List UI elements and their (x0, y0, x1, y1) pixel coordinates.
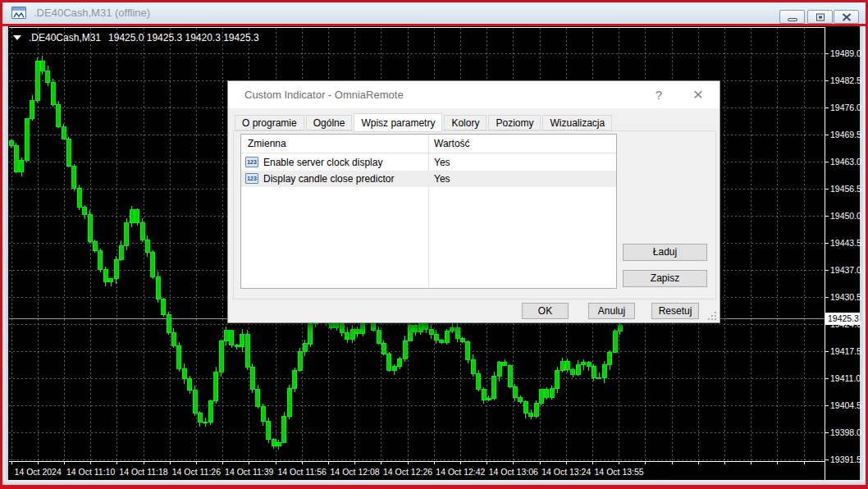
time-axis-label: 14 Oct 13:06 (484, 467, 543, 477)
dialog-title: Custom Indicator - OmniaRemote (244, 89, 404, 101)
time-axis-label: 14 Oct 11:26 (167, 467, 226, 477)
minimize-icon (788, 18, 797, 21)
current-price-badge: 19425.3 (825, 313, 860, 325)
window-frame-bottom (2, 480, 866, 485)
app-window: .DE40Cash,M31 (offline) .DE40Cash,M31 19… (0, 0, 868, 489)
dialog-tabs: O programie Ogólne Wpisz parametry Kolor… (235, 114, 614, 130)
time-axis-label: 14 Oct 2024 (8, 467, 67, 477)
tab-ogolne[interactable]: Ogólne (306, 115, 353, 130)
dialog-titlebar[interactable]: Custom Indicator - OmniaRemote ? × (228, 81, 720, 108)
close-button[interactable] (834, 10, 859, 24)
price-axis-label: 19463.0 (830, 157, 863, 167)
tab-o-programie[interactable]: O programie (235, 115, 304, 130)
time-axis[interactable]: 14 Oct 202414 Oct 11:1014 Oct 11:1814 Oc… (8, 464, 825, 480)
tab-wpisz-parametry[interactable]: Wpisz parametry (354, 113, 442, 132)
restore-button[interactable] (807, 10, 833, 24)
time-axis-label: 14 Oct 11:39 (220, 467, 279, 477)
price-axis-label: 19417.5 (830, 346, 863, 356)
cancel-button[interactable]: Anuluj (588, 303, 635, 319)
price-axis-label: 19398.0 (830, 427, 863, 437)
table-header: Zmienna Wartość (241, 135, 616, 153)
param-value[interactable]: Yes (434, 154, 450, 171)
time-axis-label: 14 Oct 11:56 (272, 467, 331, 477)
time-axis-label: 14 Oct 13:55 (590, 467, 649, 477)
price-axis-label: 19476.0 (830, 103, 863, 112)
price-axis-label: 19456.5 (830, 184, 863, 194)
restore-icon (816, 13, 825, 21)
load-button[interactable]: Ładuj (623, 244, 707, 261)
price-axis[interactable]: 19391.519398.019404.519411.019417.519424… (825, 26, 860, 480)
close-icon (842, 13, 851, 21)
time-axis-label: 14 Oct 12:08 (326, 467, 385, 477)
chart-ohlc-values: 19425.0 19425.3 19420.3 19425.3 (108, 32, 259, 43)
tab-poziomy[interactable]: Poziomy (488, 115, 541, 130)
reset-button[interactable]: Resetuj (651, 303, 699, 319)
dialog-close-button[interactable]: × (690, 85, 706, 104)
help-button[interactable]: ? (652, 88, 665, 102)
column-header-value: Wartość (434, 135, 470, 153)
window-titlebar[interactable]: .DE40Cash,M31 (offline) (2, 2, 866, 24)
price-axis-label: 19411.0 (830, 373, 863, 383)
time-axis-label: 14 Oct 11:18 (114, 467, 173, 477)
parameters-table[interactable]: Zmienna Wartość 123 Enable server clock … (240, 134, 617, 289)
resize-grip[interactable] (708, 311, 717, 320)
table-row[interactable]: 123 Display candle close predictor Yes (241, 171, 616, 187)
price-axis-label: 19404.5 (830, 400, 863, 410)
table-row[interactable]: 123 Enable server clock display Yes (241, 154, 616, 171)
price-axis-label: 19450.0 (830, 211, 863, 221)
window-frame-left (2, 26, 8, 480)
chevron-down-icon[interactable] (13, 35, 21, 40)
chart-symbol-period: .DE40Cash,M31 (29, 32, 101, 43)
offline-chart-icon-header (12, 7, 25, 11)
window-frame-right (860, 26, 866, 480)
price-axis-label: 19489.0 (830, 48, 863, 58)
param-name: Display candle close predictor (263, 171, 394, 187)
chart-header: .DE40Cash,M31 19425.0 19425.3 19420.3 19… (13, 32, 259, 43)
indicator-dialog: Custom Indicator - OmniaRemote ? × O pro… (227, 80, 720, 323)
tab-kolory[interactable]: Kolory (444, 115, 487, 130)
ok-button[interactable]: OK (522, 303, 569, 319)
offline-chart-icon-wave (13, 11, 25, 19)
price-axis-label: 19391.5 (830, 455, 863, 464)
time-axis-label: 14 Oct 12:26 (378, 467, 437, 477)
time-axis-label: 14 Oct 12:42 (431, 467, 490, 477)
tab-wizualizacja[interactable]: Wizualizacja (542, 115, 612, 130)
offline-chart-icon[interactable] (11, 7, 26, 19)
numeric-param-icon: 123 (245, 157, 258, 167)
param-value[interactable]: Yes (434, 171, 450, 187)
numeric-param-icon: 123 (245, 173, 258, 184)
window-title: .DE40Cash,M31 (offline) (34, 2, 150, 24)
param-name: Enable server clock display (263, 154, 382, 171)
minimize-button[interactable] (779, 10, 805, 24)
save-button[interactable]: Zapisz (623, 270, 707, 287)
price-axis-label: 19482.5 (830, 75, 863, 85)
column-header-variable: Zmienna (248, 135, 286, 153)
price-axis-label: 19443.5 (830, 238, 863, 248)
price-axis-label: 19437.0 (830, 265, 863, 275)
time-axis-label: 14 Oct 11:10 (62, 467, 121, 477)
time-axis-label: 14 Oct 13:24 (537, 467, 596, 477)
price-axis-label: 19430.5 (830, 292, 863, 302)
price-axis-label: 19469.5 (830, 130, 863, 139)
